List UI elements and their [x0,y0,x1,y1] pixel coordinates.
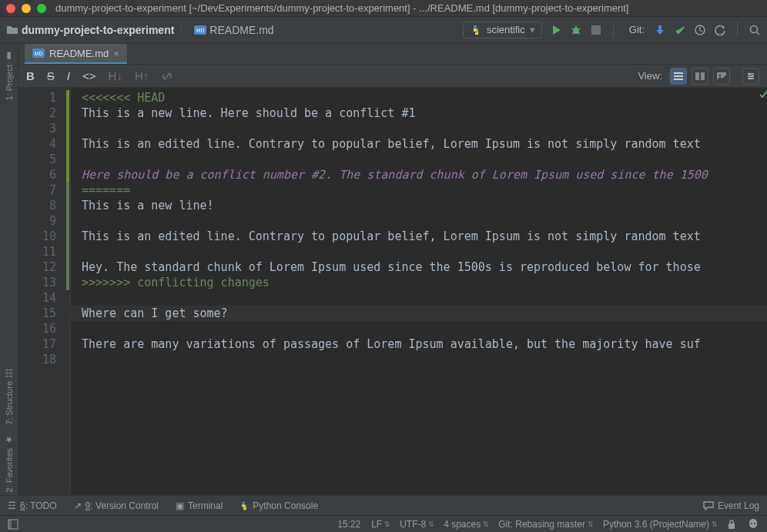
line-number[interactable]: 5 [18,152,67,167]
code-line[interactable]: Hey. The standard chunk of Lorem Ipsum u… [82,259,767,275]
svg-point-17 [749,77,752,79]
editor-tab-readme[interactable]: MD README.md × [25,44,127,64]
toolbar-divider [613,22,614,38]
view-settings-button[interactable] [742,68,759,85]
run-button[interactable] [550,24,562,36]
view-label: View: [638,70,662,82]
code-line[interactable]: There are many variations of passages of… [82,336,767,352]
code-button[interactable]: <> [82,69,96,82]
code-content[interactable]: <<<<<<< HEADThis is a new line. Here sho… [71,88,767,495]
breadcrumb-project[interactable]: dummy-project-to-experiment [6,24,174,36]
tool-window-favorites[interactable]: 2: Favorites ★ [4,431,15,495]
code-line[interactable]: <<<<<<< HEAD [82,90,767,105]
line-number[interactable]: 9 [18,213,67,229]
line-number[interactable]: 13 [18,275,67,290]
git-update-button[interactable] [654,24,666,36]
header-down-button[interactable]: H↓ [109,69,122,82]
interpreter-selector[interactable]: Python 3.6 (ProjectName)⇅ [603,519,716,530]
stop-button [590,24,602,36]
line-number[interactable]: 8 [18,198,67,213]
debug-button[interactable] [570,24,582,36]
line-number[interactable]: 15 [18,306,67,321]
svg-point-14 [719,74,722,76]
code-line[interactable] [82,290,767,306]
tool-window-python-console[interactable]: Python Console [239,500,318,511]
svg-rect-19 [8,520,12,529]
line-number[interactable]: 18 [18,352,67,367]
line-number[interactable]: 11 [18,244,67,259]
line-separator-selector[interactable]: LF⇅ [371,519,389,530]
search-everywhere-button[interactable] [749,24,761,36]
gutter[interactable]: 123456789101112131415161718 [18,88,71,495]
view-split-button[interactable] [692,68,708,85]
line-number[interactable]: 2 [18,105,67,121]
code-line[interactable]: ======= [82,182,767,198]
inspection-ok-icon[interactable] [759,90,767,102]
italic-button[interactable]: I [67,69,70,82]
code-line[interactable]: Here should be a conflict number #2. The… [82,167,767,182]
python-icon [239,501,249,510]
line-number[interactable]: 12 [18,259,67,275]
code-line[interactable]: This is a new line. Here should be a con… [82,105,767,121]
view-preview-button[interactable] [713,68,730,85]
view-editor-only-button[interactable] [670,68,687,85]
markdown-file-icon: MD [32,47,45,59]
ide-status-icon[interactable] [747,519,759,530]
svg-point-22 [754,523,755,524]
git-history-button[interactable] [694,24,706,36]
code-line[interactable]: >>>>>>> conflicting changes [82,275,767,290]
tool-window-project[interactable]: 1: Project ▮ [4,48,15,103]
terminal-icon: ▣ [176,500,184,511]
window-zoom-button[interactable] [37,4,46,13]
strikethrough-button[interactable]: S [47,69,55,82]
line-number[interactable]: 6 [18,167,67,182]
svg-rect-3 [591,25,601,35]
tool-window-terminal[interactable]: ▣ Terminal [176,500,223,511]
code-line[interactable] [82,352,767,367]
indent-selector[interactable]: 4 spaces⇅ [444,519,487,530]
code-line[interactable]: This is a new line! [82,198,767,213]
bottom-tool-stripe: ☲ 6: TODO ↗ 9: Version Control ▣ Termina… [0,495,767,515]
code-line[interactable]: This is an edited line. Contrary to popu… [82,229,767,244]
readonly-toggle[interactable] [727,519,736,530]
git-revert-button[interactable] [714,24,726,36]
bold-button[interactable]: B [26,69,35,82]
code-line[interactable] [82,121,767,136]
svg-rect-10 [674,79,683,80]
git-commit-button[interactable] [674,24,686,36]
code-line[interactable] [82,244,767,259]
code-line[interactable] [82,321,767,336]
header-up-button[interactable]: H↑ [135,69,149,82]
run-configuration-dropdown[interactable]: scientific ▾ [463,22,542,38]
line-number[interactable]: 16 [18,321,67,336]
line-number[interactable]: 3 [18,121,67,136]
line-number[interactable]: 10 [18,229,67,244]
tool-window-event-log[interactable]: Event Log [703,500,759,511]
window-minimize-button[interactable] [22,4,31,13]
code-line[interactable] [82,152,767,167]
line-number[interactable]: 4 [18,136,67,152]
link-button[interactable] [161,70,173,82]
git-branch-selector[interactable]: Git: Rebasing master⇅ [498,519,592,530]
tool-window-structure[interactable]: 7: Structure ☷ [4,364,15,428]
svg-point-16 [752,75,754,77]
code-editor[interactable]: 123456789101112131415161718 <<<<<<< HEAD… [18,88,767,495]
structure-icon: ☷ [4,367,15,378]
encoding-selector[interactable]: UTF-8⇅ [400,519,433,530]
close-tab-button[interactable]: × [113,48,119,59]
line-number[interactable]: 14 [18,290,67,306]
line-number[interactable]: 17 [18,336,67,352]
window-close-button[interactable] [6,4,15,13]
line-number[interactable]: 7 [18,182,67,198]
code-line[interactable] [82,213,767,229]
breadcrumb-file[interactable]: MD README.md [194,24,273,36]
svg-point-21 [751,523,752,524]
tool-windows-quick-access[interactable] [8,519,18,530]
project-icon: ▮ [4,51,15,62]
code-line[interactable]: This is an edited line. Contrary to popu… [82,136,767,152]
line-number[interactable]: 1 [18,90,67,105]
tool-window-version-control[interactable]: ↗ 9: Version Control [74,500,159,511]
breadcrumb: dummy-project-to-experiment 〉 MD README.… [6,23,274,37]
tool-window-todo[interactable]: ☲ 6: TODO [8,500,57,511]
caret-position[interactable]: 15:22 [337,519,360,530]
